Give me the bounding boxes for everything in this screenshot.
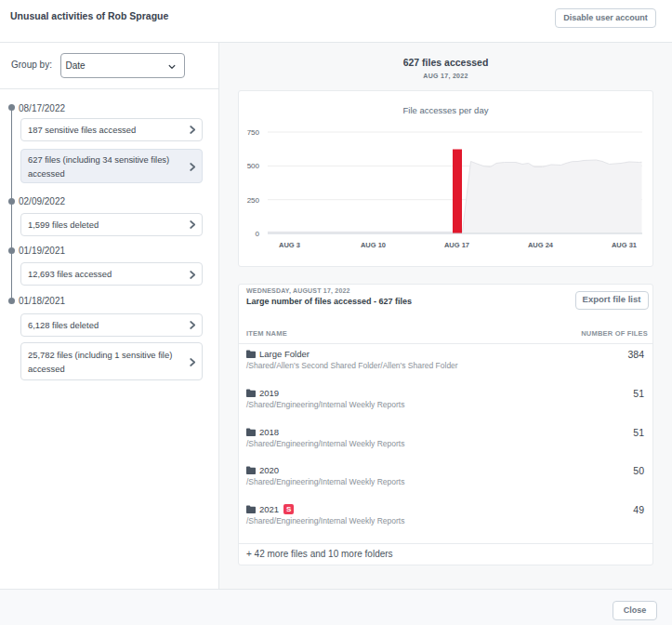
svg-text:AUG 10: AUG 10	[361, 241, 386, 249]
svg-text:AUG 24: AUG 24	[528, 241, 554, 249]
svg-text:0: 0	[256, 230, 260, 238]
svg-text:750: 750	[247, 128, 260, 137]
svg-text:AUG 31: AUG 31	[612, 241, 637, 249]
svg-text:AUG 17: AUG 17	[444, 241, 469, 249]
svg-text:250: 250	[247, 195, 260, 204]
svg-text:500: 500	[247, 162, 260, 170]
svg-text:AUG 3: AUG 3	[279, 241, 300, 249]
